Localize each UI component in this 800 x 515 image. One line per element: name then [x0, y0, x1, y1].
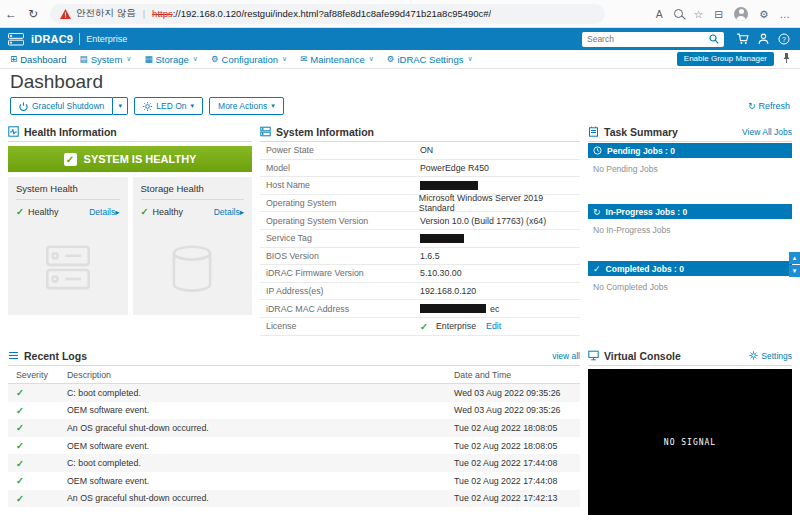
health-panel-title: Health Information	[24, 126, 117, 138]
cart-icon[interactable]	[736, 33, 749, 45]
browser-more-icon[interactable]: …	[780, 8, 791, 20]
ok-status-icon: ✓	[16, 458, 24, 469]
log-datetime: Tue 02 Aug 2022 17:42:13	[454, 493, 572, 503]
nav-dashboard-label: Dashboard	[20, 54, 66, 65]
nav-system[interactable]: ▤ System ∨	[80, 54, 132, 65]
browser-action-icons: A ☆ ⊟ ⚙ …	[656, 7, 800, 21]
graceful-shutdown-dropdown[interactable]: ▾	[113, 97, 128, 115]
chevron-down-icon: ▾	[271, 102, 275, 110]
view-all-jobs-link[interactable]: View All Jobs	[742, 127, 792, 137]
logs-view-all-link[interactable]: view all	[552, 351, 580, 361]
system-health-status: Healthy	[28, 207, 59, 217]
system-healthy-banner: ✓ SYSTEM IS HEALTHY	[8, 146, 252, 172]
nav-storage[interactable]: ▦ Storage ∨	[144, 54, 197, 65]
more-actions-button[interactable]: More Actions ▾	[209, 97, 284, 115]
chevron-down-icon: ∨	[193, 55, 198, 63]
help-icon[interactable]: ?	[778, 33, 790, 45]
sysinfo-value: 1.6.5	[420, 251, 440, 261]
profile-avatar[interactable]	[734, 7, 748, 21]
product-name: iDRAC9	[31, 33, 73, 45]
storage-health-details-link[interactable]: Details▸	[214, 207, 244, 217]
log-description: OEM software event.	[67, 476, 454, 486]
chevron-down-icon: ∨	[282, 55, 287, 63]
col-date-time: Date and Time	[454, 370, 572, 380]
browser-settings-icon[interactable]: ⚙	[759, 8, 768, 20]
browser-back-icon[interactable]: ←	[0, 7, 22, 21]
healthy-check-icon: ✓	[64, 153, 77, 166]
health-panel-icon	[8, 126, 19, 137]
nav-idrac-settings[interactable]: ⚙ iDRAC Settings ∨	[387, 54, 473, 65]
completed-jobs-title: Completed Jobs : 0	[606, 264, 684, 274]
sysinfo-label: iDRAC Firmware Version	[260, 268, 420, 278]
virtual-console-preview[interactable]: NO SIGNAL	[588, 369, 792, 515]
sysinfo-label: BIOS Version	[260, 251, 420, 261]
svg-text:?: ?	[782, 36, 786, 43]
sysinfo-row-power-state: Power State ON	[260, 142, 580, 160]
scroll-down-button[interactable]: ▼	[789, 265, 800, 277]
log-description: An OS graceful shut-down occurred.	[67, 423, 454, 433]
refresh-link[interactable]: ↻ Refresh	[748, 101, 790, 111]
graceful-shutdown-label: Graceful Shutdown	[32, 101, 104, 111]
collections-icon[interactable]: ⊟	[714, 8, 723, 20]
log-datetime: Wed 03 Aug 2022 09:35:26	[454, 405, 572, 415]
completed-jobs-header: ✓ Completed Jobs : 0	[588, 261, 792, 276]
search-icon[interactable]	[709, 34, 719, 44]
chevron-down-icon: ∨	[369, 55, 374, 63]
read-aloud-icon[interactable]: A	[656, 8, 663, 20]
license-edit-link[interactable]: Edit	[486, 321, 501, 331]
log-row: ✓ OEM software event. Tue 02 Aug 2022 18…	[8, 437, 580, 455]
pin-icon[interactable]	[782, 50, 791, 68]
not-secure-label[interactable]: 안전하지 않음	[76, 7, 136, 20]
idrac-settings-icon: ⚙	[387, 54, 395, 64]
actions-toolbar: Graceful Shutdown ▾ LED On ▾ More Action…	[10, 96, 790, 116]
sysinfo-row-os: Operating System Microsoft Windows Serve…	[260, 195, 580, 213]
log-row: ✓ An OS graceful shut-down occurred. Tue…	[8, 490, 580, 508]
system-health-details-link[interactable]: Details▸	[89, 207, 119, 217]
dashboard-icon: ⊞	[10, 54, 17, 64]
log-description: C: boot completed.	[67, 458, 454, 468]
pending-jobs-header: Pending Jobs : 0	[588, 143, 792, 158]
enable-group-manager-button[interactable]: Enable Group Manager	[677, 52, 774, 66]
browser-reload-icon[interactable]: ↻	[22, 7, 44, 21]
idrac-logo	[8, 33, 24, 46]
no-pending-jobs-text: No Pending Jobs	[588, 158, 792, 203]
task-summary-panel-title: Task Summary	[604, 126, 678, 138]
favorites-star-icon[interactable]: ☆	[694, 8, 703, 20]
sysinfo-value: 192.168.0.120	[420, 286, 476, 296]
nav-maintenance[interactable]: ✉ Maintenance ∨	[300, 54, 374, 65]
health-information-panel: Health Information ✓ SYSTEM IS HEALTHY S…	[8, 122, 252, 315]
sysinfo-row-firmware: iDRAC Firmware Version 5.10.30.00	[260, 265, 580, 283]
sysinfo-value: ON	[420, 145, 433, 155]
user-icon[interactable]	[758, 33, 769, 45]
zoom-icon[interactable]	[674, 9, 683, 18]
server-watermark-icon	[37, 239, 99, 305]
ok-status-icon: ✓	[16, 493, 24, 504]
log-row: ✓ OEM software event. Tue 02 Aug 2022 17…	[8, 472, 580, 490]
sysinfo-label: Operating System Version	[260, 216, 420, 226]
nav-configuration-label: Configuration	[222, 54, 279, 65]
nav-maintenance-label: Maintenance	[310, 54, 364, 65]
global-search[interactable]	[582, 32, 724, 47]
redacted-value	[420, 234, 464, 243]
log-row: ✓ An OS graceful shut-down occurred. Tue…	[8, 419, 580, 437]
healthy-banner-label: SYSTEM IS HEALTHY	[84, 153, 197, 165]
nav-idrac-settings-label: iDRAC Settings	[397, 54, 463, 65]
logs-column-headers: Severity Description Date and Time	[8, 366, 580, 384]
clock-icon	[593, 146, 602, 155]
log-datetime: Tue 02 Aug 2022 17:44:08	[454, 476, 572, 486]
nav-dashboard[interactable]: ⊞ Dashboard	[10, 54, 67, 65]
address-bar[interactable]: 안전하지 않음 | https://192.168.0.120/restgui/…	[50, 4, 605, 24]
search-input[interactable]	[587, 34, 709, 44]
nav-configuration[interactable]: ⚙ Configuration ∨	[211, 54, 287, 65]
system-info-panel-icon	[260, 126, 271, 137]
console-settings-link[interactable]: Settings	[749, 351, 792, 361]
scroll-up-button[interactable]: ▲	[789, 252, 800, 264]
led-on-button[interactable]: LED On ▾	[134, 97, 203, 115]
col-severity: Severity	[8, 370, 67, 380]
sysinfo-value: Microsoft Windows Server 2019 Standard	[419, 193, 580, 213]
in-progress-jobs-header: ↻ In-Progress Jobs : 0	[588, 204, 792, 219]
no-completed-jobs-text: No Completed Jobs	[588, 276, 792, 332]
graceful-shutdown-button[interactable]: Graceful Shutdown	[10, 97, 113, 115]
log-description: An OS graceful shut-down occurred.	[67, 493, 454, 503]
sysinfo-label: License	[260, 321, 420, 331]
